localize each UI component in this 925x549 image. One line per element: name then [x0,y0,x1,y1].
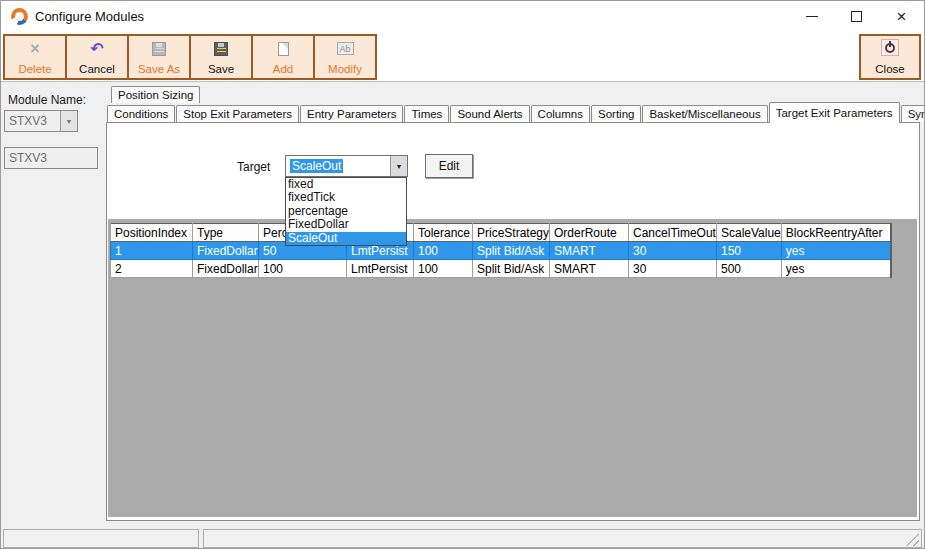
target-exit-table: PositionIndex Type Perc Tolerance PriceS… [110,223,892,278]
cell[interactable]: 500 [716,260,781,278]
cell[interactable]: 100 [259,260,347,278]
dropdown-option-fixed[interactable]: fixed [286,178,406,191]
table-header-row: PositionIndex Type Perc Tolerance PriceS… [111,224,892,242]
delete-button[interactable]: × Delete [3,34,67,80]
cancel-button[interactable]: ↶ Cancel [65,34,129,80]
col-header-blockreentryafter[interactable]: BlockReentryAfter [781,224,891,242]
target-dropdown-list: fixed fixedTick percentage FixedDollar S… [285,177,407,246]
save-as-button-label: Save As [138,63,180,75]
configure-modules-window: Configure Modules × × Delete ↶ Cancel Sa… [0,0,925,549]
edit-button[interactable]: Edit [425,154,473,178]
tab-row-2: Conditions Stop Exit Parameters Entry Pa… [107,104,925,122]
target-exit-parameters-page: Target ScaleOut ▼ Edit fixed fixedTick p… [106,122,920,521]
cell[interactable]: LmtPersist [347,260,414,278]
cell[interactable]: SMART [550,242,629,260]
minimize-button[interactable] [789,1,834,31]
cell[interactable]: 30 [629,260,717,278]
dropdown-option-fixeddollar[interactable]: FixedDollar [286,218,406,231]
data-grid-control: PositionIndex Type Perc Tolerance PriceS… [108,219,917,517]
modify-ab-icon: Ab [337,42,354,55]
cell[interactable]: 30 [629,242,717,260]
power-icon-frame [881,39,899,56]
save-as-button[interactable]: Save As [127,34,191,80]
undo-arrow-icon: ↶ [90,41,103,57]
add-document-icon [278,42,289,56]
cell[interactable]: 100 [414,260,473,278]
tab-times[interactable]: Times [404,105,449,122]
table-row-selected[interactable]: 1 FixedDollar 50 LmtPersist 100 Split Bi… [111,242,892,260]
delete-x-icon: × [30,41,39,57]
add-button-label: Add [273,63,293,75]
toolbar-button-group: × Delete ↶ Cancel Save As Save Add Ab M [3,34,377,80]
col-header-type[interactable]: Type [193,224,259,242]
tab-control: Position Sizing Conditions Stop Exit Par… [106,86,920,521]
cell[interactable]: FixedDollar [193,260,259,278]
toolbar: × Delete ↶ Cancel Save As Save Add Ab M [1,32,924,82]
cell[interactable]: yes [781,260,891,278]
window-close-button[interactable]: × [879,1,924,31]
col-header-canceltimeout[interactable]: CancelTimeOut [629,224,717,242]
window-title: Configure Modules [35,9,144,24]
status-panel-right [203,529,922,548]
col-header-pricestrategy[interactable]: PriceStrategy [473,224,550,242]
tab-target-exit-parameters[interactable]: Target Exit Parameters [769,102,900,123]
modify-button-label: Modify [328,63,362,75]
delete-button-label: Delete [18,63,51,75]
tab-columns[interactable]: Columns [531,105,590,122]
app-logo-icon [11,8,28,25]
dropdown-option-fixedtick[interactable]: fixedTick [286,191,406,204]
save-button[interactable]: Save [189,34,253,80]
module-name-combo-value: STXV3 [9,114,47,128]
save-as-floppy-icon [152,42,166,56]
cell[interactable]: 2 [111,260,193,278]
cell[interactable]: 1 [111,242,193,260]
cell[interactable]: Split Bid/Ask [473,242,550,260]
col-header-positionindex[interactable]: PositionIndex [111,224,193,242]
tab-position-sizing[interactable]: Position Sizing [111,86,200,103]
close-button[interactable]: Close [859,34,921,80]
col-header-orderroute[interactable]: OrderRoute [550,224,629,242]
maximize-button[interactable] [834,1,879,31]
window-close-icon: × [897,8,907,25]
module-name-field-value: STXV3 [9,151,47,165]
cancel-button-label: Cancel [79,63,115,75]
save-floppy-icon [214,42,228,56]
cell[interactable]: FixedDollar [193,242,259,260]
module-name-field[interactable]: STXV3 [4,147,98,169]
col-header-scalevalue[interactable]: ScaleValue [716,224,781,242]
tab-sorting[interactable]: Sorting [591,105,641,122]
tab-row-1: Position Sizing [111,86,201,104]
target-combobox[interactable]: ScaleOut ▼ [285,155,408,177]
cell[interactable]: Split Bid/Ask [473,260,550,278]
close-button-label: Close [875,63,904,75]
target-combo-arrow-icon[interactable]: ▼ [390,156,407,176]
module-name-combobox[interactable]: STXV3 ▼ [4,110,78,132]
tab-sound-alerts[interactable]: Sound Alerts [450,105,529,122]
cell[interactable]: 100 [414,242,473,260]
target-combo-value: ScaleOut [290,159,343,173]
cell[interactable]: yes [781,242,891,260]
tab-basket-miscellaneous[interactable]: Basket/Miscellaneous [642,105,767,122]
save-button-label: Save [208,63,234,75]
status-panel-left [3,529,199,548]
add-button[interactable]: Add [251,34,315,80]
maximize-icon [851,11,862,22]
dropdown-option-scaleout[interactable]: ScaleOut [286,232,406,245]
tab-symbols[interactable]: Symbols [901,105,925,122]
table-row[interactable]: 2 FixedDollar 100 LmtPersist 100 Split B… [111,260,892,278]
cell[interactable]: 150 [716,242,781,260]
minimize-icon [806,16,818,17]
cell[interactable]: SMART [550,260,629,278]
dropdown-option-percentage[interactable]: percentage [286,205,406,218]
col-header-tolerance[interactable]: Tolerance [414,224,473,242]
modify-button[interactable]: Ab Modify [313,34,377,80]
tab-stop-exit-parameters[interactable]: Stop Exit Parameters [176,105,299,122]
tab-conditions[interactable]: Conditions [107,105,175,122]
module-combo-arrow-icon[interactable]: ▼ [60,111,77,131]
title-bar: Configure Modules × [1,1,924,32]
power-icon [885,43,895,53]
form-body: Module Name: STXV3 ▼ STXV3 Position Sizi… [1,82,924,549]
module-name-label: Module Name: [8,93,86,107]
tab-entry-parameters[interactable]: Entry Parameters [300,105,403,122]
target-label: Target [237,160,270,174]
